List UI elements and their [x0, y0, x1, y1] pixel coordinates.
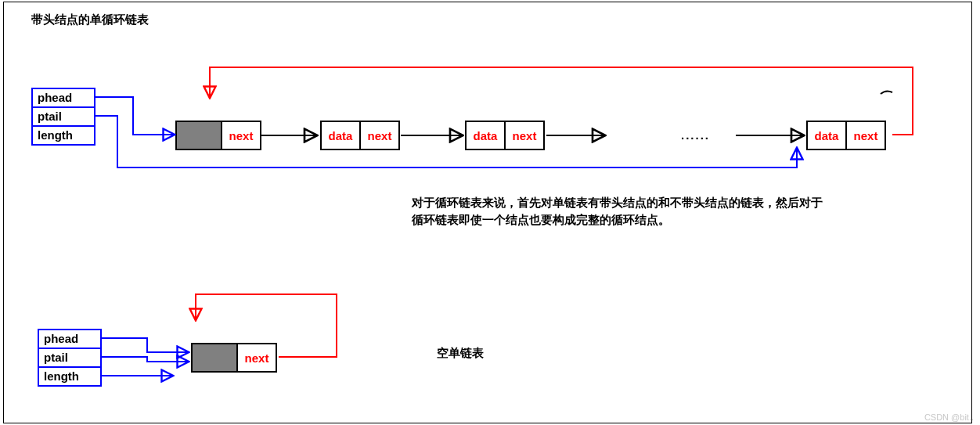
head-node-bottom-gray: [193, 344, 236, 371]
struct2-phead: phead: [39, 330, 100, 349]
ellipsis: ......: [681, 128, 710, 142]
struct2-length: length: [39, 368, 100, 385]
node1-next: next: [359, 122, 398, 149]
watermark: CSDN @bit..: [924, 412, 974, 422]
node1: data next: [320, 121, 400, 150]
head-node-next: next: [221, 122, 260, 149]
empty-list-label: 空单链表: [437, 344, 484, 362]
head-node-bottom: next: [191, 343, 277, 373]
head-node-bottom-next: next: [236, 344, 276, 371]
paragraph: 对于循环链表来说，首先对单链表有带头结点的和不带头结点的链表，然后对于 循环链表…: [412, 194, 944, 229]
node1-data: data: [322, 122, 359, 149]
struct-ptail: ptail: [33, 108, 94, 127]
node2-next: next: [504, 122, 543, 149]
struct2-ptail: ptail: [39, 349, 100, 368]
head-node-top: next: [175, 121, 261, 150]
node2-data: data: [467, 122, 504, 149]
page-title: 带头结点的单循环链表: [31, 13, 149, 27]
struct-phead: phead: [33, 89, 94, 108]
tail-data: data: [808, 122, 845, 149]
struct-box-top: phead ptail length: [31, 88, 95, 146]
paragraph-line1: 对于循环链表来说，首先对单链表有带头结点的和不带头结点的链表，然后对于: [412, 196, 823, 209]
head-node-gray: [177, 122, 221, 149]
tail-next: next: [845, 122, 885, 149]
struct-box-bottom: phead ptail length: [38, 329, 102, 387]
struct-length: length: [33, 127, 94, 144]
node2: data next: [465, 121, 545, 150]
paragraph-line2: 循环链表即使一个结点也要构成完整的循环结点。: [412, 213, 670, 226]
tail-node: data next: [806, 121, 886, 150]
